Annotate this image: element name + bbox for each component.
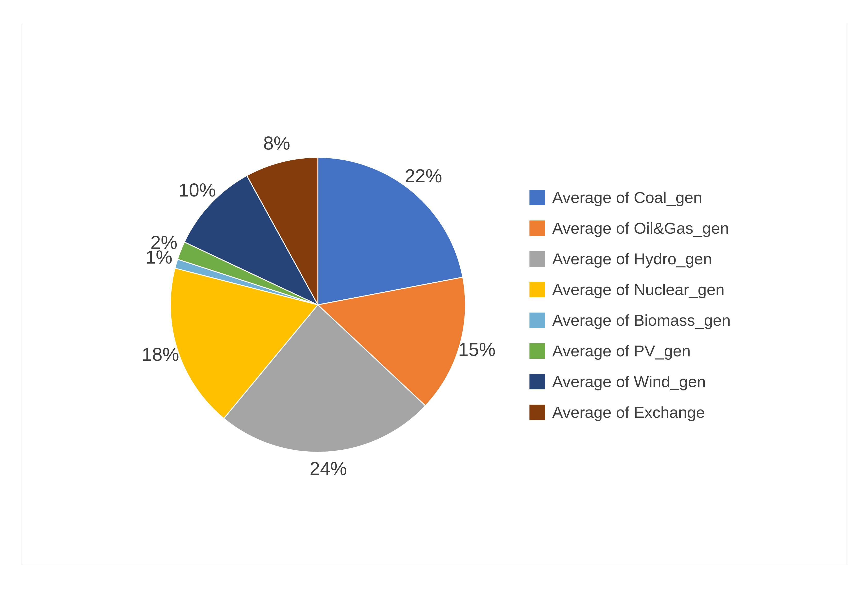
- legend-item-oilgas: Average of Oil&Gas_gen: [530, 219, 731, 237]
- pie-label-pv: 2%: [151, 232, 177, 253]
- legend-label-nuclear: Average of Nuclear_gen: [552, 280, 725, 299]
- pie-label-wind: 10%: [179, 180, 216, 200]
- pie-label-hydro: 24%: [310, 458, 347, 479]
- legend-swatch-nuclear: [530, 282, 545, 297]
- legend-swatch-coal: [530, 190, 545, 205]
- legend-swatch-hydro: [530, 251, 545, 267]
- legend-swatch-wind: [530, 374, 545, 389]
- chart-container: 22%15%24%18%1%2%10%8% Average of Coal_ge…: [21, 24, 847, 565]
- legend-label-biomass: Average of Biomass_gen: [552, 311, 731, 329]
- legend-item-hydro: Average of Hydro_gen: [530, 250, 731, 268]
- chart-legend: Average of Coal_genAverage of Oil&Gas_ge…: [530, 188, 731, 421]
- legend-swatch-oilgas: [530, 221, 545, 236]
- legend-label-coal: Average of Coal_gen: [552, 188, 702, 206]
- pie-label-exchange: 8%: [263, 133, 290, 153]
- pie-label-oilgas: 15%: [458, 339, 496, 360]
- pie-chart: 22%15%24%18%1%2%10%8%: [137, 124, 499, 485]
- legend-swatch-pv: [530, 343, 545, 359]
- legend-item-coal: Average of Coal_gen: [530, 188, 731, 206]
- pie-svg: 22%15%24%18%1%2%10%8%: [137, 124, 499, 485]
- legend-label-wind: Average of Wind_gen: [552, 373, 706, 391]
- legend-label-hydro: Average of Hydro_gen: [552, 250, 712, 268]
- legend-swatch-biomass: [530, 312, 545, 328]
- legend-label-pv: Average of PV_gen: [552, 342, 691, 360]
- legend-item-exchange: Average of Exchange: [530, 403, 731, 421]
- legend-item-wind: Average of Wind_gen: [530, 373, 731, 391]
- legend-item-pv: Average of PV_gen: [530, 342, 731, 360]
- pie-label-coal: 22%: [405, 166, 442, 186]
- legend-label-oilgas: Average of Oil&Gas_gen: [552, 219, 729, 237]
- legend-item-nuclear: Average of Nuclear_gen: [530, 280, 731, 299]
- chart-body: 22%15%24%18%1%2%10%8% Average of Coal_ge…: [42, 55, 826, 555]
- legend-label-exchange: Average of Exchange: [552, 403, 705, 421]
- legend-item-biomass: Average of Biomass_gen: [530, 311, 731, 329]
- legend-swatch-exchange: [530, 405, 545, 420]
- pie-label-nuclear: 18%: [142, 344, 179, 365]
